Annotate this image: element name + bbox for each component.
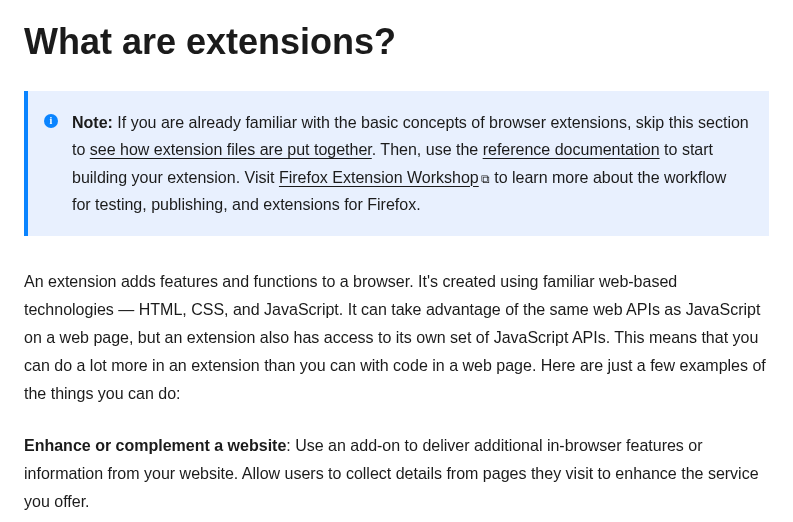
enhance-paragraph: Enhance or complement a website: Use an … (24, 432, 769, 516)
link-firefox-workshop-text: Firefox Extension Workshop (279, 169, 479, 186)
link-reference-docs[interactable]: reference documentation (483, 141, 660, 158)
note-content: Note: If you are already familiar with t… (72, 109, 749, 218)
enhance-bold: Enhance or complement a website (24, 437, 286, 454)
link-extension-files[interactable]: see how extension files are put together (90, 141, 372, 158)
page-title: What are extensions? (24, 20, 769, 63)
external-link-icon: ⧉ (481, 169, 490, 189)
note-text-2: . Then, use the (372, 141, 483, 158)
note-box: i Note: If you are already familiar with… (24, 91, 769, 236)
note-label: Note: (72, 114, 113, 131)
intro-paragraph: An extension adds features and functions… (24, 268, 769, 408)
info-icon: i (44, 114, 58, 128)
link-firefox-workshop[interactable]: Firefox Extension Workshop⧉ (279, 169, 490, 186)
